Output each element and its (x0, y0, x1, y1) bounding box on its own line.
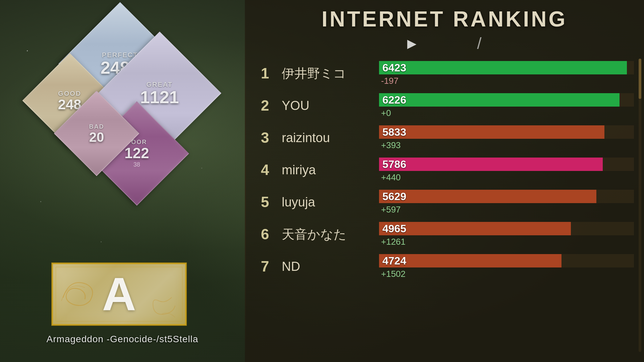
rank-bar-container: 6226 (379, 93, 634, 107)
great-diamond-inner: GREAT 1121 (140, 81, 179, 106)
rank-bar-container: 4965 (379, 222, 634, 235)
bad-label: BAD (89, 123, 104, 130)
grade-letter: A (102, 271, 136, 318)
rank-bar-container: 5629 (379, 190, 634, 203)
rank-diff: +1502 (379, 269, 634, 279)
rank-bar-area: 6226 +0 (379, 93, 634, 118)
rank-diff: +0 (379, 108, 634, 118)
good-diamond-inner: GOOD 248 (58, 89, 82, 111)
ranking-row-7: 7 ND 4724 +1502 (255, 252, 634, 281)
ranking-row-6: 6 天音かなた 4965 +1261 (255, 220, 634, 249)
rank-bar-area: 4724 +1502 (379, 254, 634, 279)
rank-diff: +393 (379, 140, 634, 150)
rank-bar (379, 61, 627, 74)
rank-name: YOU (282, 99, 376, 113)
right-panel: INTERNET RANKING ▶ / 1 伊井野ミコ 6423 -197 2… (245, 0, 644, 362)
rank-bar (379, 125, 604, 139)
rank-name: ND (282, 259, 376, 274)
grade-swirl-right (145, 294, 178, 321)
grade-box: A (52, 263, 186, 325)
ir-header: INTERNET RANKING ▶ / (245, 7, 644, 53)
poor-value: 122 (124, 146, 149, 161)
rank-number: 3 (255, 129, 275, 146)
rank-number: 4 (255, 162, 275, 178)
ranking-list: 1 伊井野ミコ 6423 -197 2 YOU 6226 +0 3 raizin… (255, 59, 634, 284)
rank-number: 2 (255, 97, 275, 114)
bad-diamond-inner: BAD 20 (89, 123, 104, 144)
grade-swirl-left (60, 271, 100, 311)
ir-nav-slash: / (477, 34, 481, 53)
rank-diff: -197 (379, 76, 634, 86)
scroll-thumb[interactable] (639, 59, 641, 99)
song-title: Armageddon -Genocide-/st5Stella (0, 334, 245, 345)
ir-nav: ▶ / (245, 34, 644, 53)
rank-bar-area: 6423 -197 (379, 61, 634, 86)
rank-bar-container: 6423 (379, 61, 634, 74)
rank-score: 4724 (382, 254, 406, 267)
rank-bar-area: 5629 +597 (379, 190, 634, 215)
rank-diff: +440 (379, 172, 634, 183)
diamond-container: PERFECT 2489 GOOD 248 GREAT 1121 BAD 20 (17, 20, 225, 208)
rank-number: 6 (255, 226, 275, 243)
rank-bar-area: 5833 +393 (379, 125, 634, 150)
left-panel: PERFECT 2489 GOOD 248 GREAT 1121 BAD 20 (0, 0, 245, 362)
poor-sub-value: 38 (124, 161, 149, 168)
rank-bar-container: 4724 (379, 254, 634, 267)
rank-bar-area: 5786 +440 (379, 158, 634, 183)
great-value: 1121 (140, 88, 179, 106)
rank-bar (379, 93, 620, 107)
rank-bar (379, 190, 596, 203)
rank-score: 6226 (382, 94, 406, 106)
scroll-track[interactable] (639, 59, 641, 352)
rank-bar (379, 222, 571, 235)
rank-number: 1 (255, 65, 275, 82)
rank-number: 5 (255, 194, 275, 210)
bad-value: 20 (89, 130, 104, 144)
rank-bar (379, 158, 603, 171)
rank-diff: +1261 (379, 237, 634, 247)
rank-diff: +597 (379, 204, 634, 215)
rank-bar-area: 4965 +1261 (379, 222, 634, 247)
ranking-row-3: 3 raizintou 5833 +393 (255, 123, 634, 153)
rank-score: 4965 (382, 222, 406, 235)
ranking-row-4: 4 miriya 5786 +440 (255, 155, 634, 185)
rank-bar (379, 254, 561, 267)
ranking-row-2: 2 YOU 6226 +0 (255, 91, 634, 120)
rank-score: 5833 (382, 126, 406, 138)
rank-bar-container: 5833 (379, 125, 634, 139)
rank-name: 伊井野ミコ (282, 65, 376, 82)
rank-bar-container: 5786 (379, 158, 634, 171)
ranking-row-1: 1 伊井野ミコ 6423 -197 (255, 59, 634, 88)
rank-name: luyuja (282, 195, 376, 209)
ir-nav-prev-arrow[interactable]: ▶ (407, 37, 417, 51)
rank-name: miriya (282, 163, 376, 177)
rank-score: 6423 (382, 61, 406, 74)
rank-score: 5629 (382, 190, 406, 202)
ir-title: INTERNET RANKING (245, 7, 644, 32)
rank-score: 5786 (382, 158, 406, 170)
rank-number: 7 (255, 258, 275, 275)
ranking-row-5: 5 luyuja 5629 +597 (255, 187, 634, 217)
rank-name: raizintou (282, 131, 376, 145)
rank-name: 天音かなた (282, 226, 376, 243)
